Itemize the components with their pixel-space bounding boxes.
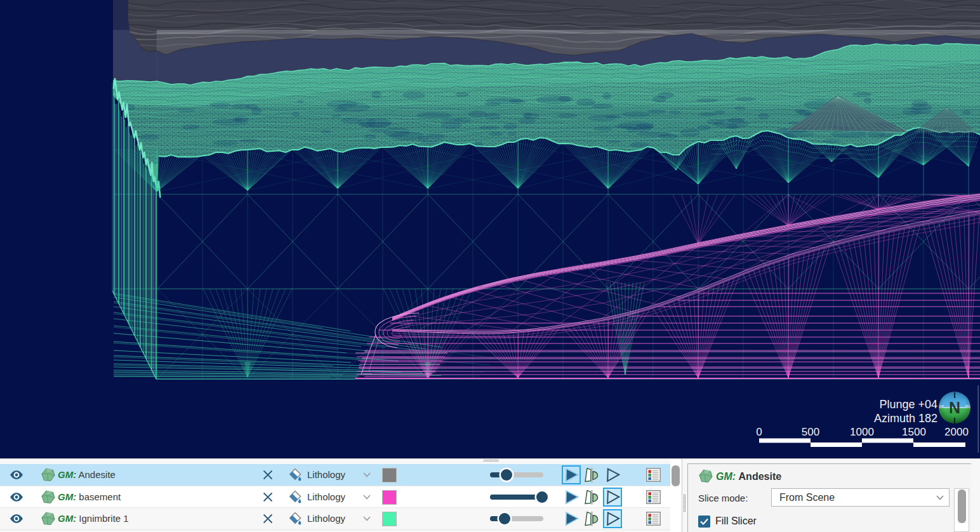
svg-text:N: N [949,399,960,416]
svg-text:1500: 1500 [902,426,926,438]
svg-text:Plunge +04: Plunge +04 [879,398,937,411]
svg-text:2000: 2000 [944,426,969,438]
svg-text:500: 500 [802,426,819,438]
svg-text:1000: 1000 [850,426,874,438]
svg-text:Azimuth 182: Azimuth 182 [874,412,937,425]
svg-text:0: 0 [756,426,762,438]
